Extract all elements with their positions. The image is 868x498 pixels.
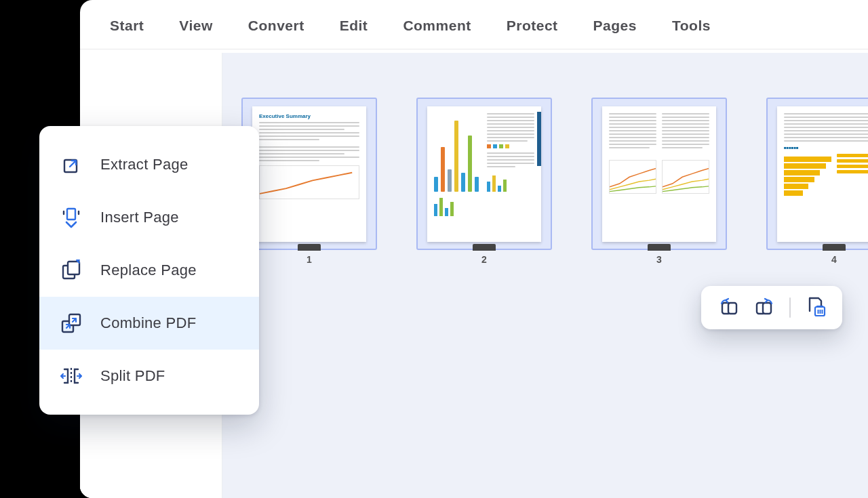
- page-number: 4: [766, 250, 868, 265]
- page-thumbnail[interactable]: 2: [416, 98, 552, 265]
- rotate-right-button[interactable]: [753, 295, 777, 320]
- svg-rect-1: [67, 209, 75, 220]
- menu-item-edit[interactable]: Edit: [340, 18, 368, 34]
- rotate-right-icon: [753, 295, 776, 320]
- menu-item-start[interactable]: Start: [110, 18, 144, 34]
- svg-rect-8: [728, 303, 736, 314]
- menu-item-convert[interactable]: Convert: [248, 18, 304, 34]
- pages-canvas[interactable]: Executive Summary: [222, 53, 868, 498]
- menu-bar: Start View Convert Edit Comment Protect …: [80, 0, 868, 49]
- bar-chart-icon: [434, 196, 481, 216]
- page-number: 3: [591, 250, 727, 265]
- page-tag-icon: [473, 244, 496, 251]
- pages-context-menu: Extract Page Insert Page Replace Pag: [39, 126, 259, 415]
- menu-item-label: Extract Page: [100, 156, 189, 173]
- page-number: 1: [241, 250, 377, 265]
- page-tag-icon: [298, 244, 321, 251]
- combine-pdf-icon: [60, 312, 83, 335]
- separator: [789, 297, 791, 318]
- menu-item-replace-page[interactable]: Replace Page: [39, 244, 259, 297]
- bar-chart-icon: [487, 171, 534, 192]
- menu-item-protect[interactable]: Protect: [507, 18, 558, 34]
- delete-page-button[interactable]: [803, 295, 827, 320]
- extract-page-icon: [60, 153, 83, 176]
- svg-rect-3: [68, 262, 79, 274]
- menu-item-label: Insert Page: [100, 209, 179, 226]
- replace-page-icon: [60, 259, 83, 282]
- thumbnail-row: Executive Summary: [241, 98, 868, 265]
- menu-item-pages[interactable]: Pages: [593, 18, 637, 34]
- menu-item-combine-pdf[interactable]: Combine PDF: [39, 297, 259, 350]
- line-chart-icon: [662, 160, 709, 194]
- menu-item-tools[interactable]: Tools: [672, 18, 711, 34]
- menu-item-view[interactable]: View: [179, 18, 212, 34]
- menu-item-insert-page[interactable]: Insert Page: [39, 191, 259, 244]
- page-tools-toolbar: [701, 286, 842, 329]
- svg-rect-10: [763, 303, 771, 314]
- menu-item-comment[interactable]: Comment: [403, 18, 471, 34]
- page-tag-icon: [648, 244, 671, 251]
- page-thumbnail[interactable]: ■■■■■■: [766, 98, 868, 265]
- insert-page-icon: [60, 206, 83, 229]
- delete-page-icon: [804, 295, 827, 320]
- menu-item-label: Replace Page: [100, 262, 197, 279]
- page-number: 2: [416, 250, 552, 265]
- menu-item-label: Combine PDF: [100, 314, 196, 332]
- line-chart-icon: [259, 165, 359, 199]
- menu-item-split-pdf[interactable]: Split PDF: [39, 350, 259, 402]
- page-tag-icon: [823, 244, 846, 251]
- page-thumbnail[interactable]: 3: [591, 98, 727, 265]
- menu-item-extract-page[interactable]: Extract Page: [39, 138, 259, 191]
- menu-item-label: Split PDF: [100, 367, 165, 385]
- line-chart-icon: [609, 160, 656, 194]
- page-thumbnail[interactable]: Executive Summary: [241, 98, 377, 265]
- split-pdf-icon: [60, 365, 83, 388]
- rotate-left-icon: [717, 295, 740, 320]
- bar-chart-icon: [434, 117, 481, 192]
- rotate-left-button[interactable]: [716, 295, 741, 320]
- page-title: Executive Summary: [259, 113, 359, 119]
- funnel-chart-icon: [784, 157, 831, 196]
- legend-icon: [487, 144, 534, 148]
